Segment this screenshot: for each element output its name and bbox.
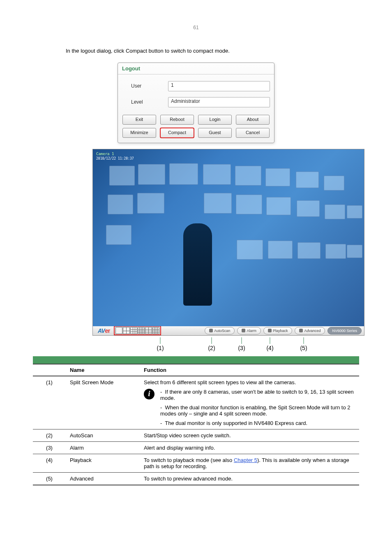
col-function: Function [140, 364, 359, 376]
row4-func: To switch to playback mode (see also Cha… [140, 454, 359, 472]
advanced-icon [299, 329, 303, 332]
operator-figure [183, 223, 212, 306]
level-label: Level [122, 99, 168, 105]
logout-title: Logout [118, 63, 274, 74]
section-divider [33, 356, 359, 364]
autoscan-button[interactable]: AutoScan [205, 327, 235, 334]
split-1-icon[interactable] [115, 327, 122, 334]
col-name: Name [66, 364, 140, 376]
function-table: Name Function (1) Split Screen Mode Sele… [33, 364, 359, 485]
row3-name: Alarm [66, 441, 140, 454]
row1-func: Select from 6 different split screen typ… [140, 376, 359, 429]
row5-num: (5) [33, 472, 66, 485]
camera-video-area: Camera 1 2010/12/22 11:28:37 [93, 149, 364, 326]
row3-num: (3) [33, 441, 66, 454]
autoscan-icon [209, 329, 213, 332]
row2-func: Start/Stop video screen cycle switch. [140, 429, 359, 441]
split-8-icon[interactable] [145, 327, 152, 334]
row5-name: Advanced [66, 472, 140, 485]
compact-mode-screenshot: Camera 1 2010/12/22 11:28:37 [92, 149, 364, 336]
about-button[interactable]: About [236, 115, 270, 125]
guest-button[interactable]: Guest [198, 128, 232, 138]
split-13-icon[interactable] [152, 327, 159, 334]
split-screen-icons[interactable] [115, 327, 160, 334]
alarm-button[interactable]: Alarm [237, 327, 261, 334]
user-field[interactable]: 1 [168, 81, 270, 91]
intro-paragraph: In the logout dialog, click Compact butt… [33, 47, 359, 55]
exit-button[interactable]: Exit [122, 115, 156, 125]
callout-2: (2) [208, 345, 215, 351]
row2-name: AutoScan [66, 429, 140, 441]
row4-name: Playback [66, 454, 140, 472]
level-field[interactable]: Administrator [168, 97, 270, 107]
callout-5: (5) [300, 345, 307, 351]
advanced-button[interactable]: Advanced [295, 327, 325, 334]
compact-toolbar: AVer AutoScan Alarm Playback Advanced NV… [93, 326, 364, 335]
row5-func: To switch to preview advanced mode. [140, 472, 359, 485]
reboot-button[interactable]: Reboot [160, 115, 194, 125]
row1-num: (1) [33, 376, 66, 429]
series-badge: NV6000 Series [327, 327, 362, 334]
minimize-button[interactable]: Minimize [122, 128, 156, 138]
compact-button[interactable]: Compact [160, 128, 194, 138]
row1-name: Split Screen Mode [66, 376, 140, 429]
aver-logo: AVer [98, 327, 110, 334]
split-4-icon[interactable] [123, 327, 130, 334]
logout-dialog: Logout User 1 Level Administrator Exit R… [118, 63, 274, 143]
chapter-5-link[interactable]: Chapter 5 [234, 457, 257, 463]
alarm-icon [242, 329, 245, 332]
info-icon: i [144, 389, 154, 399]
login-button[interactable]: Login [198, 115, 232, 125]
row2-num: (2) [33, 429, 66, 441]
callout-numbers: (1) (2) (3) (4) (5) [92, 337, 364, 354]
user-label: User [122, 83, 168, 89]
playback-icon [268, 329, 272, 332]
cancel-button[interactable]: Cancel [236, 128, 270, 138]
row3-func: Alert and display warning info. [140, 441, 359, 454]
split-16-icon[interactable] [138, 327, 145, 334]
split-9-icon[interactable] [130, 327, 137, 334]
page-number: 61 [33, 25, 359, 30]
callout-1: (1) [157, 345, 164, 351]
row4-num: (4) [33, 454, 66, 472]
monitor-wall [93, 149, 364, 326]
playback-button[interactable]: Playback [263, 327, 293, 334]
callout-4: (4) [266, 345, 273, 351]
callout-3: (3) [238, 345, 245, 351]
